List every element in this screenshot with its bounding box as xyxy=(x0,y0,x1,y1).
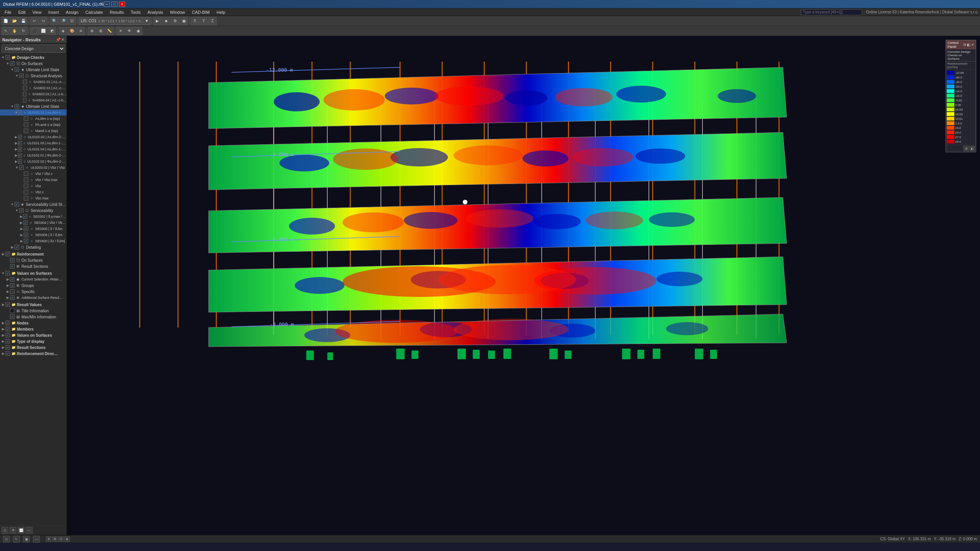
axis-y-btn[interactable]: Y xyxy=(199,17,208,25)
render-btn[interactable]: ▶ xyxy=(153,17,162,25)
tree-item-maxmin[interactable]: ✓ ▤ Max/Min Information xyxy=(0,314,67,320)
status-line-btn[interactable]: — xyxy=(33,536,40,543)
checkbox-reinforcement[interactable]: ✓ xyxy=(5,252,10,256)
menu-tools[interactable]: Tools xyxy=(127,9,144,15)
tree-item-current-sel[interactable]: ▶ ✓ ◉ Current Selection: #Mand-2,-z-(bot… xyxy=(0,276,67,282)
tree-item-sls[interactable]: ▼ ✓ ◈ Serviceability Limit State xyxy=(0,201,67,207)
tree-item-sa0602[interactable]: ○ SA0602.01 | A2,-z-a / #... xyxy=(0,85,67,91)
zoom-all-btn[interactable]: ⊡ xyxy=(68,17,76,25)
tree-item-sub3[interactable]: ○ Mand-1-a (top) xyxy=(0,128,67,134)
tree-item-specific[interactable]: ▶ ◇ Specific xyxy=(0,289,67,295)
checkbox-members[interactable]: ✓ xyxy=(5,327,10,331)
checkbox-type-display[interactable]: ✓ xyxy=(5,339,10,344)
grid-mode-btn[interactable]: ⊞ xyxy=(52,536,57,542)
show-all-btn[interactable]: ◉ xyxy=(134,27,142,35)
tree-item-ul0105[interactable]: ▶ ✓ ○ UL0102.01 | Φs,dim-2-a(top)/Φs... xyxy=(0,152,67,158)
tree-item-ul0103[interactable]: ▶ ✓ ○ UL0101.03 | As,dim-1-a(bottom/... xyxy=(0,140,67,146)
tree-item-sub2[interactable]: ○ Ph,and-1-a (top) xyxy=(0,122,67,128)
color-panel-close-btn[interactable]: ✕ xyxy=(971,43,974,47)
nav-pin-btn[interactable]: 📌 xyxy=(56,37,60,42)
menu-insert[interactable]: Insert xyxy=(45,9,62,15)
ortho-btn[interactable]: ⊡ xyxy=(58,536,64,542)
tree-item-on-surfaces[interactable]: ▼ ✓ ⬛ On Surfaces xyxy=(0,60,67,67)
checkbox-design-checks[interactable]: ✓ xyxy=(5,55,10,60)
checkbox-se0304[interactable]: ✓ xyxy=(23,220,28,225)
hide-btn[interactable]: 👁 xyxy=(125,27,134,35)
checkbox-structural[interactable]: ✓ xyxy=(19,73,24,78)
checkbox-values-surfaces2[interactable]: ✓ xyxy=(5,333,10,337)
tree-item-sa0603[interactable]: ○ SA0603.03 | A1,-z-bottom/... xyxy=(0,91,67,97)
grid-btn[interactable]: ⊞ xyxy=(96,27,105,35)
shaded-btn[interactable]: ◩ xyxy=(48,27,56,35)
redo-btn[interactable]: ↪ xyxy=(39,17,47,25)
checkbox-result-sections2[interactable]: ✓ xyxy=(5,345,10,350)
snap-btn[interactable]: ⊕ xyxy=(88,27,96,35)
nav-rect-btn[interactable]: ⬜ xyxy=(18,527,24,534)
checkbox-ul0106[interactable]: ✓ xyxy=(18,159,22,164)
wireframe-btn[interactable]: ⬜ xyxy=(39,27,47,35)
tree-item-values-surfaces2[interactable]: ▶ ✓ 📁 Values on Surfaces xyxy=(0,332,67,338)
tree-item-sa0604[interactable]: ○ SA0604.04 | A2,-z-bottom/... xyxy=(0,97,67,103)
maximize-button[interactable]: □ xyxy=(111,2,118,7)
axis-z-btn[interactable]: Z xyxy=(208,17,217,25)
checkbox-reinf-dir[interactable]: ✓ xyxy=(5,351,10,356)
menu-cad-bim[interactable]: CAD-BIM xyxy=(189,9,212,15)
tree-item-ul0104[interactable]: ▶ ✓ ○ UL0101.04 | As,dim-1-a(bottom... xyxy=(0,146,67,152)
tree-item-result-sections[interactable]: ✓ ⊞ Result Sections xyxy=(0,263,67,269)
pan-btn[interactable]: ✋ xyxy=(10,27,19,35)
close-button[interactable]: ✕ xyxy=(119,2,125,7)
menu-calculate[interactable]: Calculate xyxy=(82,9,106,15)
nav-eye-btn[interactable]: 👁 xyxy=(10,527,16,534)
minimize-button[interactable]: ─ xyxy=(104,2,110,7)
checkbox-se0400[interactable]: ✓ xyxy=(24,239,28,243)
snap-mode-btn[interactable]: ⊕ xyxy=(46,536,51,542)
surface-btn[interactable]: ⬛ xyxy=(30,27,39,35)
tree-item-structural[interactable]: ▼ ✓ ⬡ Structural Analysis xyxy=(0,73,67,79)
checkbox-ul0101[interactable]: ✓ xyxy=(18,110,22,115)
menu-file[interactable]: File xyxy=(2,9,15,15)
tree-item-ul0101[interactable]: ▼ ✓ ○ UL0101.01 | As,dim-1-a (top)/#... xyxy=(0,109,67,116)
measure-btn[interactable]: 📏 xyxy=(105,27,114,35)
tree-item-sub1[interactable]: ○ As,dim-1-a (top) xyxy=(0,116,67,122)
checkbox-ul0104[interactable]: ✓ xyxy=(18,147,22,152)
axis-x-btn[interactable]: X xyxy=(191,17,199,25)
tree-item-reinf-dir[interactable]: ▶ ✓ 📁 Reinforcement Direction xyxy=(0,350,67,357)
color-panel-config-btn[interactable]: ⚙ xyxy=(963,43,966,47)
checkbox-current-sel[interactable]: ✓ xyxy=(10,277,15,282)
tree-item-vbz2[interactable]: ○ Vbz / Vbz.max xyxy=(0,177,67,183)
checkbox-ul0105[interactable]: ✓ xyxy=(18,153,22,158)
tree-item-result-values[interactable]: ▶ ✓ 📁 Result Values xyxy=(0,302,67,308)
undo-btn[interactable]: ↩ xyxy=(30,17,39,25)
checkbox-uls[interactable]: ✓ xyxy=(15,67,19,72)
nav-dash-btn[interactable]: — xyxy=(26,527,33,534)
menu-view[interactable]: View xyxy=(29,9,45,15)
checkbox-ul0200[interactable]: ✓ xyxy=(19,165,24,170)
open-btn[interactable]: 📂 xyxy=(10,17,19,25)
color-panel-resize-btn[interactable]: ◧ xyxy=(967,43,970,47)
checkbox-detailing[interactable]: ✓ xyxy=(15,245,19,249)
design-dropdown[interactable]: Concrete Design xyxy=(2,44,65,53)
select-btn[interactable]: ↖ xyxy=(2,27,10,35)
menu-assign[interactable]: Assign xyxy=(63,9,82,15)
checkbox-result-sections[interactable]: ✓ xyxy=(10,264,15,269)
checkbox-ul0102[interactable]: ✓ xyxy=(18,135,22,139)
checkbox-serviceability[interactable]: ✓ xyxy=(19,208,24,213)
tree-item-nodes[interactable]: ▶ ✓ 📁 Nodes xyxy=(0,320,67,326)
tree-item-ul0102[interactable]: ▶ ✓ ○ UL0102.02 | As,dim-2-a(top)/#... xyxy=(0,134,67,140)
tree-item-additional[interactable]: ▶ ✓ ⊕ Additional Surface Result Points xyxy=(0,295,67,301)
tree-item-vbz3[interactable]: ○ Vbz xyxy=(0,183,67,189)
menu-window[interactable]: Window xyxy=(167,9,188,15)
measure-mode-btn[interactable]: ◈ xyxy=(64,536,70,542)
tree-item-type-display[interactable]: ▶ ✓ 📁 Type of display xyxy=(0,338,67,344)
status-view2-btn[interactable]: ▣ xyxy=(23,536,30,543)
contour-btn[interactable]: ≋ xyxy=(77,27,85,35)
tree-item-detailing[interactable]: ▶ ✓ ⬡ Detailing xyxy=(0,244,67,250)
tree-item-se0306[interactable]: ▶ ✓ ○ SE0305 | δ / δ,lim xyxy=(0,232,67,238)
result-surface-btn[interactable]: ◈ xyxy=(59,27,67,35)
tree-item-uls2[interactable]: ▼ ✓ ◈ Ultimate Limit State xyxy=(0,103,67,109)
nav-close-btn[interactable]: ✕ xyxy=(61,37,64,42)
tree-item-members[interactable]: ▶ ✓ 📁 Members xyxy=(0,326,67,332)
checkbox-on-surfaces[interactable]: ✓ xyxy=(10,61,15,66)
tree-item-se0302[interactable]: ▶ ✓ ○ SE0302 | δ,y.max / δ,y.lim xyxy=(0,214,67,220)
tree-item-serviceability[interactable]: ▼ ✓ ⬡ Serviceability xyxy=(0,207,67,214)
